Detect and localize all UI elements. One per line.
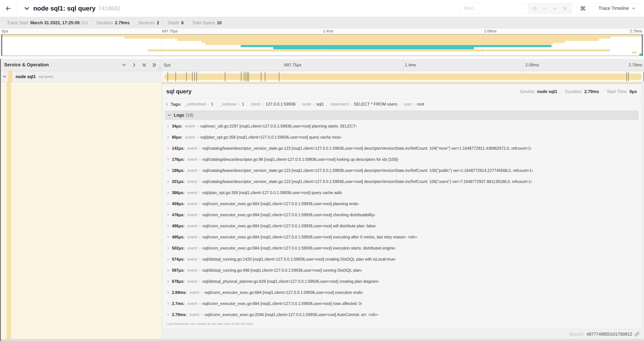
tags-expand-chevron-right-icon[interactable] <box>165 103 168 106</box>
logs-accordion-header[interactable]: Logs (18) <box>165 110 639 120</box>
log-expand-chevron-right-icon[interactable] <box>166 125 170 128</box>
log-marker-tick <box>628 72 628 82</box>
log-expand-chevron-right-icon[interactable] <box>166 224 170 227</box>
clear-search-x-icon[interactable] <box>562 6 567 11</box>
log-field-value: ‹sql/distsql_running.go:498 [nsql1,clien… <box>202 268 362 273</box>
timeline-column: 697.75μs <box>282 59 403 71</box>
minimap-gridline <box>322 35 322 56</box>
log-entry[interactable]: 2.79ms:event=‹sql/conn_executor_exec.go:… <box>165 309 639 320</box>
log-entry[interactable]: 574μs:event=‹sql/distsql_running.go:1420… <box>165 254 639 265</box>
log-entry[interactable]: 201μs:event=‹sql/catalog/lease/descripto… <box>165 176 639 187</box>
log-expand-chevron-right-icon[interactable] <box>166 136 170 139</box>
find-input[interactable] <box>460 3 528 14</box>
tags-list: _unfinished=1_verbose=1client=127.0.0.1:… <box>182 101 427 107</box>
span-duration-bar[interactable] <box>164 74 642 80</box>
logs-footer-note: Log timestamps are relative to the start… <box>166 320 639 328</box>
expand-one-chevron-right-icon[interactable] <box>132 63 136 67</box>
collapse-all-double-chevron-down-icon[interactable] <box>142 63 147 67</box>
log-equals: = <box>198 246 200 250</box>
log-entry[interactable]: 486μs:event=‹sql/conn_executor_exec.go:6… <box>165 220 639 231</box>
log-equals: = <box>198 169 200 173</box>
logs-label: Logs <box>174 113 184 118</box>
log-entry[interactable]: 80μs:event=‹sql/plan_opt.go:358 [nsql1,c… <box>165 132 639 143</box>
log-field-key: event <box>187 213 197 217</box>
log-equals: = <box>201 290 203 294</box>
collapse-one-chevron-down-icon[interactable] <box>122 63 126 67</box>
log-entry[interactable]: 189μs:event=‹sql/catalog/lease/descripto… <box>165 165 639 176</box>
span-id-value: 4877749850101760812 <box>586 332 632 337</box>
log-marker-tick <box>186 72 186 82</box>
log-expand-chevron-right-icon[interactable] <box>166 235 170 239</box>
log-marker-tick <box>261 72 261 82</box>
log-expand-chevron-right-icon[interactable] <box>166 247 170 250</box>
minimap-tick-label: 2.79ms <box>630 29 642 34</box>
deep-link-icon[interactable] <box>635 332 640 336</box>
column-resize-grip[interactable] <box>159 67 161 70</box>
tag-equals: = <box>238 102 240 107</box>
focus-match-icon[interactable] <box>532 6 537 11</box>
log-expand-chevron-right-icon[interactable] <box>166 202 170 205</box>
span-start-time-label: Start Time: <box>607 89 628 94</box>
log-entry[interactable]: 366μs:event=‹sql/plan_opt.go:358 [nsql1,… <box>165 187 639 198</box>
span-duration-value: 2.79ms <box>584 89 599 94</box>
log-expand-chevron-right-icon[interactable] <box>166 258 170 261</box>
log-expand-chevron-right-icon[interactable] <box>166 147 170 150</box>
log-expand-chevron-right-icon[interactable] <box>166 302 170 305</box>
log-expand-chevron-right-icon[interactable] <box>166 169 170 172</box>
expand-all-double-chevron-right-icon[interactable] <box>152 63 157 67</box>
log-expand-chevron-right-icon[interactable] <box>166 269 170 272</box>
minimap-canvas[interactable] <box>1 34 643 56</box>
log-timestamp: 189μs: <box>172 168 184 173</box>
logs-list: 34μs:event=‹sql/exec_util.go:2297 [nsql1… <box>165 121 639 320</box>
collapse-trace-chevron-down-icon[interactable] <box>24 6 30 12</box>
log-entry[interactable]: 502μs:event=‹sql/conn_executor_exec.go:6… <box>165 243 639 254</box>
back-button[interactable] <box>0 0 16 17</box>
log-entry[interactable]: 2.69ms:event=‹sql/conn_executor_exec.go:… <box>165 287 639 298</box>
log-field-value: ‹sql/conn_executor_exec.go:684 [nsql1,cl… <box>202 235 418 239</box>
span-row-name-cell[interactable]: node sql1 sql query <box>0 71 162 82</box>
log-entry[interactable]: 495μs:event=‹sql/conn_executor_exec.go:6… <box>165 231 639 243</box>
horizontal-scrollbar-track[interactable] <box>0 339 644 341</box>
log-entry[interactable]: 678μs:event=‹sql/distsql_physical_planne… <box>165 276 639 287</box>
prev-result-chevron-up-icon[interactable] <box>542 6 547 11</box>
tags-row[interactable]: Tags: _unfinished=1_verbose=1client=127.… <box>162 98 642 110</box>
next-result-chevron-down-icon[interactable] <box>552 6 557 11</box>
log-expand-chevron-right-icon[interactable] <box>166 291 170 294</box>
log-entry[interactable]: 176μs:event=‹sql/catalog/descs/descripto… <box>165 154 639 165</box>
minimap-left-handle[interactable] <box>2 35 2 56</box>
minimap-gridline <box>482 35 482 56</box>
log-equals: = <box>198 224 200 228</box>
log-entry[interactable]: 142μs:event=‹sql/catalog/lease/descripto… <box>165 143 639 154</box>
minimap-right-handle[interactable] <box>642 35 642 56</box>
log-entry[interactable]: 34μs:event=‹sql/exec_util.go:2297 [nsql1… <box>165 121 639 132</box>
trace-timeline-page: node sql1: sql query 7418682 <box>0 0 644 341</box>
summary-item-value: 10 <box>217 20 222 25</box>
log-expand-chevron-right-icon[interactable] <box>166 213 170 216</box>
span-color-stripe <box>6 82 11 341</box>
log-expand-chevron-right-icon[interactable] <box>166 180 170 183</box>
log-entry[interactable]: 597μs:event=‹sql/distsql_running.go:498 … <box>165 265 639 276</box>
timeline-tick-label: 2.09ms <box>524 63 539 67</box>
log-marker-tick <box>168 72 168 82</box>
trace-view-selector[interactable]: Trace Timeline <box>594 3 640 14</box>
keyboard-shortcuts-button[interactable]: ⌘ <box>576 3 589 14</box>
log-entry[interactable]: 2.7ms:event=‹sql/conn_executor_exec.go:6… <box>165 298 639 309</box>
log-field-key: event <box>187 146 197 151</box>
log-field-key: event <box>187 168 197 173</box>
span-collapse-chevron-down-icon[interactable] <box>2 75 6 79</box>
log-expand-chevron-right-icon[interactable] <box>166 280 170 283</box>
log-expand-chevron-right-icon[interactable] <box>166 313 170 316</box>
log-entry[interactable]: 476μs:event=‹sql/conn_executor_exec.go:6… <box>165 209 639 220</box>
span-detail-left-column <box>0 82 162 341</box>
log-expand-chevron-right-icon[interactable] <box>166 191 170 194</box>
summary-item: Duration2.79ms <box>92 20 134 26</box>
log-equals: = <box>198 191 200 195</box>
log-expand-chevron-right-icon[interactable] <box>166 158 170 161</box>
timeline-column: 1.4ms <box>403 59 524 71</box>
logs-collapse-chevron-down-icon[interactable] <box>168 113 172 117</box>
log-marker-tick <box>643 72 644 82</box>
log-entry[interactable]: 459μs:event=‹sql/conn_executor_exec.go:6… <box>165 198 639 209</box>
timeline-tick-label: 0μs <box>162 63 170 67</box>
log-field-key: event <box>187 224 197 228</box>
span-service-info: Service: node sql1 <box>520 89 557 94</box>
